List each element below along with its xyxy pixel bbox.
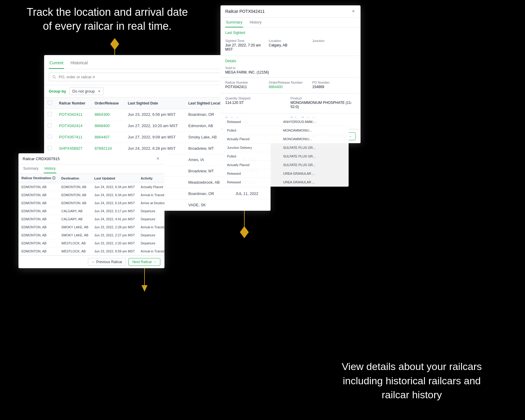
- qty-shipped-field: Quantity Shipped 114.120 ST: [225, 95, 291, 110]
- history-row: EDMONTON, AB WESTLOCK, AB Jun 23, 2022, …: [18, 239, 164, 247]
- last-sighted-label: Last Sighted: [220, 28, 361, 36]
- history-row: EDMONTON, AB EDMONTON, AB Jun 24, 2022, …: [18, 183, 164, 191]
- row-checkbox-0[interactable]: [48, 112, 52, 116]
- status-row: Released UREA GRANULAR ...: [223, 178, 349, 187]
- location-cell: VADE, SK: [185, 199, 232, 211]
- hist-railcar-dest: EDMONTON, AB: [18, 231, 58, 239]
- order-cell[interactable]: 8864300: [91, 109, 124, 120]
- hist-destination: SMOKY LAKE, AB: [58, 223, 91, 231]
- railcar-number-cell[interactable]: POTX057411: [55, 132, 91, 143]
- date-cell: Jun 24, 2022, 6:28 pm MST: [124, 143, 185, 154]
- hist-col-railcar-dest: Railcar Destination ⓘ: [18, 174, 58, 183]
- detail-tab-summary[interactable]: Summary: [225, 18, 243, 27]
- hist-last-updated: Jun 23, 2022, 2:20 am MST: [91, 239, 138, 247]
- hist-prev-railcar-button[interactable]: ← Previous Railcar: [88, 258, 126, 266]
- hist-railcar-dest: EDMONTON, AB: [18, 215, 58, 223]
- hist-last-updated: Jun 23, 2022, 2:28 pm MST: [91, 223, 138, 231]
- status-cell: Released: [223, 118, 279, 126]
- order-release-field: Order/Release Number 8864400: [269, 79, 312, 90]
- hist-next-railcar-button[interactable]: Next Railcar →: [128, 258, 160, 266]
- row-checkbox-2[interactable]: [48, 135, 52, 139]
- hist-destination: SMOKY LAKE, AB: [58, 231, 91, 239]
- details-section-label: Details: [220, 56, 361, 64]
- status-row: Pulled MONOAMMONIU...: [223, 126, 349, 135]
- railcar-details-grid: Railcar Number POTX042411 Order/Release …: [220, 78, 361, 93]
- history-table: Railcar Destination ⓘ Destination Last U…: [18, 174, 164, 255]
- detail-tab-history[interactable]: History: [249, 18, 262, 27]
- hist-activity: Departure: [138, 207, 164, 215]
- svg-marker-5: [240, 226, 249, 238]
- product-cell: SULFATE PLUS GR...: [279, 152, 349, 161]
- history-row: EDMONTON, AB EDMONTON, AB Jun 24, 2022, …: [18, 191, 164, 199]
- history-row: EDMONTON, AB SMOKY LAKE, AB Jun 23, 2022…: [18, 223, 164, 231]
- row-checkbox-3[interactable]: [48, 146, 52, 150]
- hist-col-last-updated: Last Updated: [91, 174, 138, 183]
- close-icon[interactable]: ×: [351, 9, 356, 14]
- date-cell: Jun 23, 2022, 6:56 pm MST: [124, 109, 185, 120]
- product-cell: SULFATE PLUS GR...: [279, 161, 349, 169]
- status-cell: Released: [223, 178, 279, 187]
- junction-field: Junction: [312, 38, 356, 53]
- order-cell[interactable]: 8868400: [91, 120, 124, 132]
- product-cell: MONOAMMONIU...: [279, 135, 349, 143]
- railcar-num-field: Railcar Number POTX042411: [225, 79, 269, 90]
- status-table: Released ANHYDROUS AMM... Pulled MONOAMM…: [223, 118, 349, 187]
- sold-to-section: Sold to MEGA FARM, INC. (12156): [220, 64, 361, 78]
- history-row: EDMONTON, AB EDMONTON, AB Jun 24, 2022, …: [18, 199, 164, 207]
- hist-destination: EDMONTON, AB: [58, 191, 91, 199]
- railcar-number-cell[interactable]: POTX042414: [55, 120, 91, 132]
- hist-col-destination: Destination: [58, 174, 91, 183]
- search-icon: [52, 75, 56, 79]
- history-row: EDMONTON, AB CALGARY, AB Jun 24, 2022, 5…: [18, 207, 164, 215]
- history-close-icon[interactable]: ×: [156, 156, 160, 161]
- hist-last-updated: Jun 24, 2022, 6:34 pm MST: [91, 183, 138, 191]
- hist-activity: Arrive at Destination: [138, 199, 164, 207]
- status-cell: Actually Placed: [223, 161, 279, 169]
- hist-last-updated: Jun 24, 2022, 4:41 pm MST: [91, 215, 138, 223]
- order-cell[interactable]: 87892124: [91, 143, 124, 154]
- hist-destination: EDMONTON, AB: [58, 183, 91, 191]
- history-header: Railcar CRDX007915 ×: [18, 153, 164, 164]
- history-panel: Railcar CRDX007915 × Summary History Rai…: [18, 153, 164, 268]
- history-row: EDMONTON, AB CALGARY, AB Jun 24, 2022, 4…: [18, 215, 164, 223]
- history-row: EDMONTON, AB WESTLOCK, AB Jun 23, 2022, …: [18, 247, 164, 255]
- tab-historical[interactable]: Historical: [70, 59, 88, 69]
- select-all-checkbox[interactable]: [48, 101, 52, 105]
- railcar-number-cell[interactable]: SHPX458927: [55, 143, 91, 154]
- po-number-field: PO Number 154869: [312, 79, 356, 90]
- svg-marker-8: [142, 285, 147, 292]
- hero-title: Track the location and arrival date of e…: [24, 5, 191, 33]
- hist-destination: CALGARY, AB: [58, 215, 91, 223]
- tab-current[interactable]: Current: [49, 59, 64, 69]
- svg-marker-2: [110, 38, 119, 50]
- hist-last-updated: Jun 24, 2022, 6:18 pm MST: [91, 199, 138, 207]
- product-cell: UREA GRANULAR ...: [279, 178, 349, 187]
- location-field: Location Calgary, AB: [269, 38, 312, 53]
- status-cell: Pulled: [223, 152, 279, 161]
- group-by-select[interactable]: Do not group: [69, 88, 104, 95]
- status-table-panel: Released ANHYDROUS AMM... Pulled MONOAMM…: [223, 118, 349, 187]
- history-tab-history[interactable]: History: [44, 164, 56, 173]
- product-grid: Quantity Shipped 114.120 ST Product MONO…: [220, 93, 361, 113]
- status-cell: Junction Delivery: [223, 143, 279, 152]
- hist-destination: WESTLOCK, AB: [58, 247, 91, 255]
- status-row: Released ANHYDROUS AMM...: [223, 118, 349, 126]
- hist-activity: Arrival in Transit: [138, 223, 164, 231]
- product-cell: MONOAMMONIU...: [279, 126, 349, 135]
- row-checkbox-1[interactable]: [48, 123, 52, 127]
- order-cell[interactable]: 8864407: [91, 132, 124, 143]
- col-date: Last Sighted Date: [124, 98, 185, 109]
- hist-railcar-dest: EDMONTON, AB: [18, 223, 58, 231]
- hist-destination: CALGARY, AB: [58, 207, 91, 215]
- hist-col-activity: Activity: [138, 174, 164, 183]
- hist-railcar-dest: EDMONTON, AB: [18, 199, 58, 207]
- detail-title: Railcar POTX042411: [225, 9, 265, 14]
- history-tabs: Summary History: [18, 164, 164, 174]
- railcar-number-cell[interactable]: POTX042411: [55, 109, 91, 120]
- hist-activity: Arrival in Transit: [138, 191, 164, 199]
- hist-last-updated: Jun 23, 2022, 2:27 pm MST: [91, 231, 138, 239]
- hist-activity: Departure: [138, 231, 164, 239]
- product-cell: SULFATE PLUS GR...: [279, 143, 349, 152]
- history-tab-summary[interactable]: Summary: [23, 164, 39, 173]
- hist-railcar-dest: EDMONTON, AB: [18, 191, 58, 199]
